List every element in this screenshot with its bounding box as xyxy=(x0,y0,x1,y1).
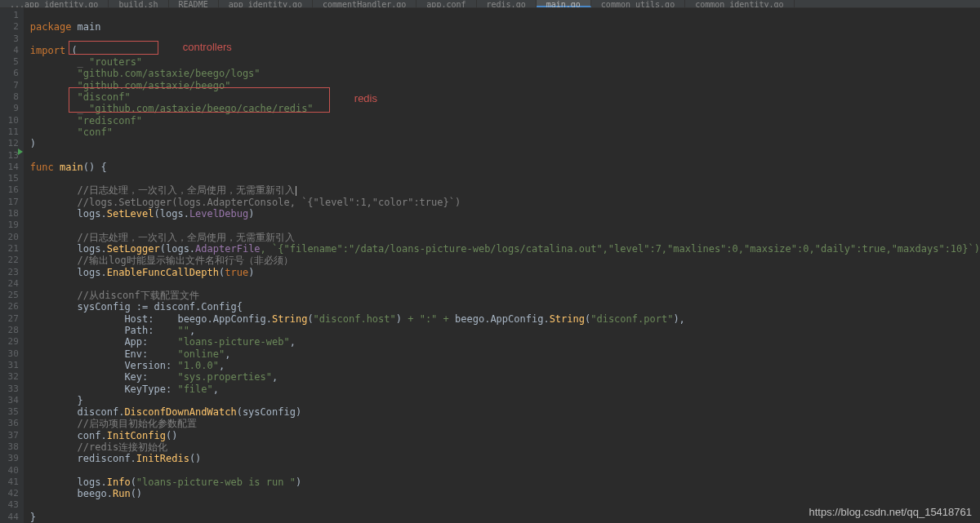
editor-tab[interactable]: common_utils.go xyxy=(591,0,685,7)
package-name: main xyxy=(78,21,101,33)
comment: //从disconf下载配置文件 xyxy=(78,290,199,301)
line-number: 10 xyxy=(0,115,19,126)
editor-tab[interactable]: README xyxy=(169,0,219,7)
code-editor: 1234567891011121314151617181920212223242… xyxy=(0,8,980,523)
code-area[interactable]: package main import ( _ "routers" "githu… xyxy=(24,8,980,523)
args: () xyxy=(166,430,177,441)
args: () xyxy=(189,453,201,464)
line-number: 23 xyxy=(0,267,19,278)
watermark-text: https://blog.csdn.net/qq_15418761 xyxy=(809,506,973,518)
text-caret xyxy=(296,186,296,196)
editor-tabs: ...app_identity.gobuild.shREADMEapp_iden… xyxy=(0,0,980,8)
line-number: 19 xyxy=(0,219,19,231)
highlight-box-routers xyxy=(69,41,158,55)
editor-tab[interactable]: main.go xyxy=(537,0,591,7)
paren: ) xyxy=(296,476,301,488)
call: SetLevel xyxy=(107,208,154,219)
run-gutter-icon[interactable] xyxy=(18,148,23,155)
keyword-import: import xyxy=(30,45,65,56)
line-number: 30 xyxy=(0,348,19,360)
line-number: 29 xyxy=(0,336,19,348)
line-number: 40 xyxy=(0,465,19,476)
line-number: 28 xyxy=(0,325,19,336)
const: LevelDebug xyxy=(189,208,248,219)
line-number: 18 xyxy=(0,208,19,219)
line-number: 13 xyxy=(0,150,19,162)
field-key: Path: xyxy=(124,325,154,336)
const: AdapterFile xyxy=(195,243,260,255)
field-key: Host: xyxy=(124,313,154,325)
field-key: KeyType: xyxy=(124,383,172,395)
string: "loans-picture-web" xyxy=(177,336,289,348)
string: "1.0.0" xyxy=(177,360,219,371)
args: (sysConfig) xyxy=(237,406,301,418)
ident: sysConfig := disconf. xyxy=(78,301,202,312)
import-path: "github.com/astaxie/beego" xyxy=(78,80,231,91)
line-number: 32 xyxy=(0,371,19,383)
ident: conf. xyxy=(78,430,107,441)
call: String xyxy=(550,313,585,325)
annotation-redis: redis xyxy=(354,93,377,104)
func-sig: () { xyxy=(83,162,107,173)
brace: } xyxy=(30,512,36,523)
import-path: "disconf" xyxy=(78,91,131,103)
editor-tab[interactable]: redis.go xyxy=(477,0,537,7)
func-name: main xyxy=(60,162,83,173)
ident: redisconf. xyxy=(78,453,136,464)
line-number: 5 xyxy=(0,56,19,68)
line-number: 31 xyxy=(0,360,19,371)
editor-tab[interactable]: build.sh xyxy=(109,0,168,7)
string: + ":" + xyxy=(402,313,455,325)
comment: //日志处理，一次引入，全局使用，无需重新引入 xyxy=(78,232,295,243)
comment: //日志处理，一次引入，全局使用，无需重新引入 xyxy=(78,184,295,196)
line-number: 39 xyxy=(0,453,19,464)
field-key: Key: xyxy=(124,371,148,383)
line-number: 41 xyxy=(0,476,19,488)
editor-tab[interactable]: common_identity.go xyxy=(685,0,794,7)
line-number: 38 xyxy=(0,441,19,453)
line-number: 42 xyxy=(0,488,19,499)
line-number: 14 xyxy=(0,162,19,173)
string: "disconf.port" xyxy=(590,313,673,325)
import-path: "github.com/astaxie/beego/logs" xyxy=(78,68,261,79)
field-key: Version: xyxy=(124,360,172,371)
string: "file" xyxy=(177,383,212,395)
call: Info xyxy=(107,476,131,488)
line-number: 25 xyxy=(0,290,19,301)
call: InitRedis xyxy=(136,453,189,464)
editor-tab[interactable]: ...app_identity.go xyxy=(0,0,109,7)
string: "disconf.host" xyxy=(314,313,396,325)
args: (logs. xyxy=(160,243,195,255)
line-number: 34 xyxy=(0,395,19,406)
ident: disconf. xyxy=(78,406,125,418)
args: () xyxy=(131,488,142,499)
paren: ) xyxy=(30,138,36,149)
comment: //输出log时能显示输出文件名和行号（非必须） xyxy=(78,255,293,266)
paren: ( xyxy=(131,476,136,488)
line-number: 17 xyxy=(0,197,19,208)
field-key: App: xyxy=(124,336,148,348)
editor-tab[interactable]: app.conf xyxy=(416,0,476,7)
editor-tab[interactable]: app_identity.go xyxy=(219,0,313,7)
line-number: 11 xyxy=(0,126,19,138)
ident: beego. xyxy=(78,488,113,499)
line-number: 16 xyxy=(0,184,19,196)
line-number: 9 xyxy=(0,103,19,114)
import-path: "routers" xyxy=(89,56,142,68)
expr: beego.AppConfig. xyxy=(177,313,272,325)
editor-tab[interactable]: commentHandler.go xyxy=(313,0,416,7)
line-number: 15 xyxy=(0,173,19,184)
raw-string: , `{"filename":"/data/loans-picture-web/… xyxy=(261,243,980,255)
line-number: 7 xyxy=(0,80,19,91)
line-number: 21 xyxy=(0,243,19,255)
line-number: 22 xyxy=(0,255,19,266)
field-key: Env: xyxy=(124,348,148,360)
args: (logs. xyxy=(154,208,189,219)
type: Config xyxy=(201,301,236,312)
call: DisconfDownAndWatch xyxy=(124,406,236,418)
line-number: 2 xyxy=(0,21,19,33)
string: "online" xyxy=(177,348,225,360)
comment: //redis连接初始化 xyxy=(78,441,168,453)
line-number: 35 xyxy=(0,406,19,418)
comment: //logs.SetLogger(logs.AdapterConsole, `{… xyxy=(78,197,461,208)
